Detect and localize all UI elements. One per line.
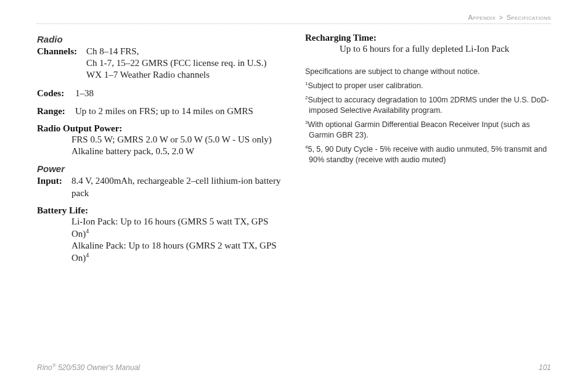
page-number: 101 bbox=[539, 363, 551, 372]
footnote-2: 2Subject to accuracy degradation to 100m… bbox=[305, 95, 551, 116]
spec-value-recharge: Up to 6 hours for a fully depleted Li-Io… bbox=[305, 43, 551, 55]
spec-codes: Codes: 1–38 bbox=[37, 88, 283, 99]
spec-value-battery-life: Li-Ion Pack: Up to 16 hours (GMRS 5 watt… bbox=[37, 216, 283, 265]
section-title-radio: Radio bbox=[37, 34, 283, 44]
footnote-3-text: With optional Garmin Differential Beacon… bbox=[308, 120, 529, 139]
spec-label-output-power: Radio Output Power: bbox=[37, 123, 283, 134]
channels-line3: WX 1–7 Weather Radio channels bbox=[86, 70, 210, 80]
footnote-1-text: Subject to proper user calibration. bbox=[308, 81, 423, 90]
page: Appendix > Specifications Radio Channels… bbox=[0, 0, 588, 383]
footnote-2-text: Subject to accuracy degradation to 100m … bbox=[308, 96, 549, 115]
spec-value-codes: 1–38 bbox=[75, 88, 283, 99]
content-columns: Radio Channels: Ch 8–14 FRS, Ch 1-7, 15–… bbox=[37, 33, 551, 358]
breadcrumb-part-specifications: Specifications bbox=[507, 14, 551, 21]
battery-line2: Alkaline Pack: Up to 18 hours (GMRS 2 wa… bbox=[71, 241, 277, 263]
spec-label-codes: Codes: bbox=[37, 88, 75, 99]
output-line2: Alkaline battery pack, 0.5, 2.0 W bbox=[71, 146, 194, 156]
spec-value-range: Up to 2 miles on FRS; up to 14 miles on … bbox=[75, 105, 283, 117]
spec-label-range: Range: bbox=[37, 105, 75, 117]
breadcrumb-separator: > bbox=[499, 14, 504, 21]
footer-product-name: Rino bbox=[37, 363, 52, 372]
footnote-1: 1Subject to proper user calibration. bbox=[305, 81, 551, 91]
output-line1: FRS 0.5 W; GMRS 2.0 W or 5.0 W (5.0 W - … bbox=[71, 134, 272, 144]
spec-label-recharge: Recharging Time: bbox=[305, 33, 551, 43]
battery-line1-sup: 4 bbox=[86, 228, 89, 234]
spec-channels: Channels: Ch 8–14 FRS, Ch 1-7, 15–22 GMR… bbox=[37, 46, 283, 81]
spec-range: Range: Up to 2 miles on FRS; up to 14 mi… bbox=[37, 105, 283, 117]
spec-value-input: 8.4 V, 2400mAh, rechargeable 2–cell lith… bbox=[71, 175, 283, 199]
footnote-4: 45, 5, 90 Duty Cycle - 5% receive with a… bbox=[305, 144, 551, 165]
channels-line1: Ch 8–14 FRS, bbox=[86, 46, 139, 56]
footer-product-rest: 520/530 Owner's Manual bbox=[56, 363, 140, 372]
spec-value-channels: Ch 8–14 FRS, Ch 1-7, 15–22 GMRS (FCC lic… bbox=[86, 46, 283, 81]
footnote-3: 3With optional Garmin Differential Beaco… bbox=[305, 120, 551, 141]
breadcrumb: Appendix > Specifications bbox=[37, 14, 551, 24]
spec-value-output-power: FRS 0.5 W; GMRS 2.0 W or 5.0 W (5.0 W - … bbox=[37, 134, 283, 157]
spec-input: Input: 8.4 V, 2400mAh, rechargeable 2–ce… bbox=[37, 175, 283, 199]
battery-line1: Li-Ion Pack: Up to 16 hours (GMRS 5 watt… bbox=[71, 216, 268, 239]
right-column: Recharging Time: Up to 6 hours for a ful… bbox=[305, 33, 551, 358]
channels-line2: Ch 1-7, 15–22 GMRS (FCC license req. in … bbox=[86, 58, 267, 68]
spec-label-input: Input: bbox=[37, 175, 71, 187]
battery-line2-sup: 4 bbox=[86, 252, 89, 258]
footnote-4-text: 5, 5, 90 Duty Cycle - 5% receive with au… bbox=[308, 145, 547, 164]
page-footer: Rino® 520/530 Owner's Manual 101 bbox=[37, 363, 551, 372]
spec-label-channels: Channels: bbox=[37, 46, 86, 57]
section-title-power: Power bbox=[37, 163, 283, 174]
notice-text: Specifications are subject to change wit… bbox=[305, 67, 551, 76]
left-column: Radio Channels: Ch 8–14 FRS, Ch 1-7, 15–… bbox=[37, 33, 283, 358]
spec-label-battery-life: Battery Life: bbox=[37, 205, 283, 216]
footer-product: Rino® 520/530 Owner's Manual bbox=[37, 363, 140, 372]
breadcrumb-part-appendix: Appendix bbox=[468, 14, 496, 21]
